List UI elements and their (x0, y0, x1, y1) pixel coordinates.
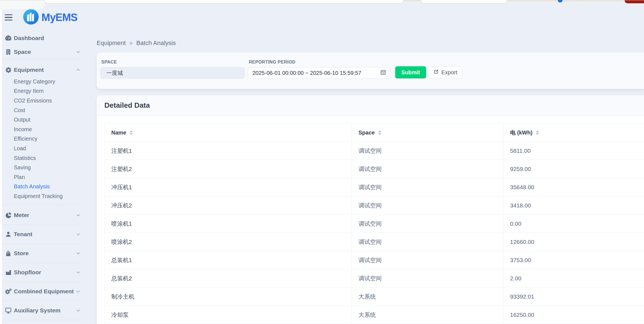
sidebar-item-label: Store (14, 250, 29, 257)
table-row: 冷却泵 大系统 16250.00 (105, 306, 644, 324)
cell-name: 制冷主机 (105, 288, 352, 306)
reporting-period-value: 2025-06-01 00:00:00 ~ 2025-06-10 15:59:5… (252, 70, 380, 76)
cell-space: 调试空间 (352, 251, 503, 269)
cell-name: 冲压机2 (105, 196, 352, 215)
cell-space: 调试空间 (352, 142, 503, 160)
sidebar-subitem-cost[interactable]: Cost (2, 106, 85, 115)
equipment-submenu: Energy Category Energy Item CO2 Emission… (2, 77, 85, 201)
app-root: MyEMS Dashboard (2, 4, 644, 324)
gear-icon (5, 67, 12, 73)
user-icon (5, 231, 12, 238)
space-select[interactable]: 一度城 (100, 67, 245, 79)
browser-urlbar-bottom (44, 0, 404, 4)
sidebar-subitem-energy-item[interactable]: Energy Item (2, 86, 85, 96)
chevron-down-icon (75, 49, 81, 55)
sidebar-item-tenant[interactable]: Tenant (2, 225, 85, 244)
table-row: 总装机1 调试空间 3753.00 (105, 251, 644, 269)
sidebar-subitem-plan[interactable]: Plan (2, 172, 85, 182)
submit-button[interactable]: Submit (395, 66, 426, 78)
sidebar-item-equipment[interactable]: Equipment (2, 63, 85, 77)
browser-chrome-sliver (0, 0, 644, 4)
column-header-name[interactable]: Name (105, 124, 352, 142)
detailed-data-table: Name Space (104, 123, 644, 324)
filter-panel: SPACE 一度城 REPORTING PERIOD 2025-06-01 00… (97, 52, 644, 89)
detailed-data-title: Detailed Data (104, 101, 150, 110)
table-row: 喷涂机2 调试空间 12660.00 (105, 233, 644, 251)
chevron-down-icon (75, 231, 81, 237)
sidebar-subitem-load[interactable]: Load (2, 144, 85, 153)
sidebar-item-label: Shopfloor (14, 269, 41, 276)
cell-name: 冲压机1 (105, 178, 352, 196)
sidebar-item-label: Equipment (14, 67, 44, 73)
cell-value: 0.00 (503, 215, 644, 233)
monitor-icon (5, 307, 12, 314)
sidebar-subitem-batch-analysis[interactable]: Batch Analysis (2, 182, 85, 192)
table-header-row: Name Space (105, 124, 644, 142)
sidebar-subitem-energy-category[interactable]: Energy Category (2, 77, 85, 86)
cell-space: 调试空间 (352, 269, 503, 288)
cell-name: 喷涂机1 (105, 215, 352, 233)
myems-logo-icon (23, 9, 39, 26)
main-content: Equipment » Batch Analysis SPACE 一度城 REP… (97, 4, 644, 324)
table-row: 冲压机1 调试空间 35648.00 (105, 178, 644, 196)
sidebar-item-store[interactable]: Store (2, 244, 85, 263)
sidebar-item-space[interactable]: Space (2, 45, 85, 59)
reporting-period-label: REPORTING PERIOD (249, 60, 390, 65)
export-button[interactable]: Export (428, 66, 463, 78)
reporting-period-input[interactable]: 2025-06-01 00:00:00 ~ 2025-06-10 15:59:5… (248, 67, 390, 79)
pie-chart-icon (5, 212, 12, 218)
cell-space: 调试空间 (352, 196, 503, 215)
browser-toolbar-pill (421, 0, 507, 4)
export-label: Export (441, 69, 457, 76)
sidebar-item-label: Dashboard (14, 35, 44, 41)
chevron-down-icon (75, 289, 81, 294)
detailed-data-card: Detailed Data Name (97, 95, 644, 324)
brand-logo[interactable]: MyEMS (23, 9, 77, 26)
chevron-down-icon (75, 308, 81, 313)
gauge-icon (5, 35, 12, 42)
sidebar-item-label: Combined Equipment (14, 288, 74, 295)
table-row: 注塑机1 调试空间 5811.00 (105, 142, 644, 160)
cell-name: 注塑机2 (105, 160, 352, 178)
sidebar-item-combined-equipment[interactable]: Combined Equipment (2, 282, 85, 301)
hamburger-menu-icon[interactable] (5, 14, 12, 21)
calendar-icon[interactable] (380, 69, 386, 77)
column-label: Name (111, 130, 126, 136)
browser-toolbar-corner (0, 0, 45, 9)
cell-name: 冷却泵 (105, 306, 352, 324)
sidebar-subitem-income[interactable]: Income (2, 125, 85, 134)
sidebar-subitem-equipment-tracking[interactable]: Equipment Tracking (2, 191, 85, 201)
sidebar-item-meter[interactable]: Meter (2, 206, 85, 225)
table-row: 冲压机2 调试空间 3418.00 (105, 196, 644, 215)
cell-space: 调试空间 (352, 160, 503, 178)
breadcrumb-equipment[interactable]: Equipment (97, 39, 126, 47)
sidebar-item-label: Meter (14, 212, 29, 218)
cell-name: 总装机1 (105, 251, 352, 269)
cell-space: 调试空间 (352, 233, 503, 251)
sidebar-subitem-output[interactable]: Output (2, 115, 85, 125)
sidebar-subitem-efficiency[interactable]: Efficiency (2, 134, 85, 144)
sidebar-item-dashboard[interactable]: Dashboard (2, 31, 85, 45)
sidebar-nav: Dashboard Space (2, 31, 85, 320)
brand-name: MyEMS (41, 12, 77, 23)
chevron-down-icon (75, 270, 81, 275)
factory-icon (5, 269, 12, 276)
column-label: Space (358, 130, 375, 136)
table-row: 总装机2 调试空间 2.00 (105, 269, 644, 288)
sidebar-subitem-co2-emissions[interactable]: CO2 Emissions (2, 96, 85, 106)
space-label: SPACE (101, 60, 245, 65)
cell-value: 2.00 (503, 269, 644, 288)
sidebar-item-label: Space (14, 49, 31, 55)
sidebar-item-auxiliary-system[interactable]: Auxiliary System (2, 301, 85, 320)
column-header-space[interactable]: Space (352, 124, 503, 142)
sort-icon (536, 130, 539, 135)
sidebar-subitem-statistics[interactable]: Statistics (2, 153, 85, 163)
browser-record-badge (625, 0, 644, 3)
cell-value: 16250.00 (503, 306, 644, 324)
column-header-electricity[interactable]: 电 (kWh) (503, 124, 644, 142)
breadcrumb-batch-analysis: Batch Analysis (136, 39, 176, 47)
breadcrumb: Equipment » Batch Analysis (97, 39, 176, 47)
sidebar-item-shopfloor[interactable]: Shopfloor (2, 263, 85, 282)
sidebar-subitem-saving[interactable]: Saving (2, 163, 85, 172)
sort-icon (378, 130, 381, 135)
